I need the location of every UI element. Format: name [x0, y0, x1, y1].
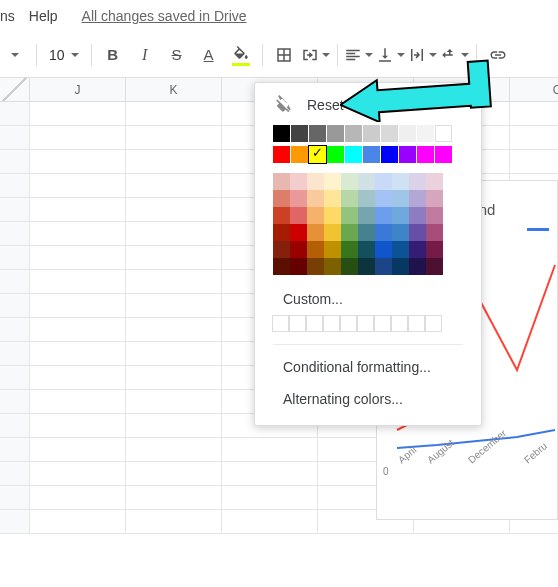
- cell[interactable]: [126, 438, 222, 462]
- horizontal-align-button[interactable]: [344, 40, 374, 70]
- cell[interactable]: [126, 270, 222, 294]
- color-swatch[interactable]: [409, 207, 426, 224]
- color-swatch[interactable]: [273, 241, 290, 258]
- color-swatch[interactable]: [324, 258, 341, 275]
- color-swatch[interactable]: [341, 173, 358, 190]
- color-swatch[interactable]: [409, 224, 426, 241]
- color-swatch[interactable]: [426, 207, 443, 224]
- custom-color-slot[interactable]: [425, 315, 442, 332]
- cell[interactable]: [0, 486, 30, 510]
- color-swatch[interactable]: [417, 146, 434, 163]
- color-swatch[interactable]: [290, 173, 307, 190]
- menu-item-help[interactable]: Help: [29, 8, 58, 24]
- color-swatch[interactable]: [291, 146, 308, 163]
- color-swatch[interactable]: [392, 207, 409, 224]
- color-swatch[interactable]: [375, 190, 392, 207]
- merge-cells-button[interactable]: [301, 40, 331, 70]
- color-swatch[interactable]: [392, 258, 409, 275]
- cell[interactable]: [510, 150, 558, 174]
- cell[interactable]: [0, 174, 30, 198]
- cell[interactable]: [0, 222, 30, 246]
- cell[interactable]: [0, 246, 30, 270]
- cell[interactable]: [30, 198, 126, 222]
- vertical-align-button[interactable]: [376, 40, 406, 70]
- color-swatch[interactable]: [409, 258, 426, 275]
- color-swatch[interactable]: [381, 146, 398, 163]
- color-swatch[interactable]: [358, 173, 375, 190]
- cell[interactable]: [30, 486, 126, 510]
- cell[interactable]: [0, 366, 30, 390]
- cell[interactable]: [0, 342, 30, 366]
- color-swatch[interactable]: [307, 190, 324, 207]
- insert-link-button[interactable]: [483, 40, 513, 70]
- color-swatch[interactable]: [358, 241, 375, 258]
- cell[interactable]: [126, 174, 222, 198]
- more-formats-button[interactable]: [0, 40, 30, 70]
- cell[interactable]: [0, 438, 30, 462]
- color-swatch[interactable]: [345, 146, 362, 163]
- color-swatch[interactable]: [341, 224, 358, 241]
- cell[interactable]: [0, 510, 30, 534]
- color-swatch[interactable]: [375, 224, 392, 241]
- color-swatch[interactable]: [426, 190, 443, 207]
- color-swatch[interactable]: [358, 190, 375, 207]
- custom-color-slot[interactable]: [340, 315, 357, 332]
- color-swatch[interactable]: [392, 224, 409, 241]
- color-swatch[interactable]: [290, 207, 307, 224]
- custom-color-slot[interactable]: [289, 315, 306, 332]
- custom-color-slot[interactable]: [323, 315, 340, 332]
- cell[interactable]: [0, 390, 30, 414]
- cell[interactable]: [0, 198, 30, 222]
- cell[interactable]: [30, 246, 126, 270]
- color-swatch[interactable]: [291, 125, 308, 142]
- color-swatch[interactable]: [307, 258, 324, 275]
- color-swatch[interactable]: [341, 190, 358, 207]
- borders-button[interactable]: [269, 40, 299, 70]
- cell[interactable]: [30, 390, 126, 414]
- column-header[interactable]: K: [126, 78, 222, 101]
- conditional-formatting-button[interactable]: Conditional formatting...: [255, 351, 481, 383]
- cell[interactable]: [30, 318, 126, 342]
- color-swatch[interactable]: [273, 224, 290, 241]
- color-swatch[interactable]: [307, 241, 324, 258]
- cell[interactable]: [0, 126, 30, 150]
- color-swatch[interactable]: [435, 146, 452, 163]
- color-swatch[interactable]: [409, 241, 426, 258]
- color-swatch[interactable]: [392, 190, 409, 207]
- color-swatch[interactable]: [409, 190, 426, 207]
- save-status[interactable]: All changes saved in Drive: [82, 8, 247, 24]
- text-wrap-button[interactable]: [408, 40, 438, 70]
- cell[interactable]: [126, 510, 222, 534]
- cell[interactable]: [222, 486, 318, 510]
- color-swatch[interactable]: [399, 146, 416, 163]
- cell[interactable]: [0, 462, 30, 486]
- color-swatch[interactable]: [324, 190, 341, 207]
- color-swatch[interactable]: [327, 125, 344, 142]
- cell[interactable]: [222, 462, 318, 486]
- color-swatch[interactable]: [273, 190, 290, 207]
- custom-color-slot[interactable]: [391, 315, 408, 332]
- custom-color-slot[interactable]: [272, 315, 289, 332]
- color-swatch[interactable]: [363, 146, 380, 163]
- column-header[interactable]: J: [30, 78, 126, 101]
- cell[interactable]: [30, 462, 126, 486]
- color-swatch[interactable]: [381, 125, 398, 142]
- custom-color-slot[interactable]: [357, 315, 374, 332]
- cell[interactable]: [126, 294, 222, 318]
- color-swatch[interactable]: [341, 207, 358, 224]
- cell[interactable]: [510, 102, 558, 126]
- column-header[interactable]: O: [510, 78, 558, 101]
- custom-color-slot[interactable]: [374, 315, 391, 332]
- strikethrough-button[interactable]: S: [162, 40, 192, 70]
- cell[interactable]: [30, 126, 126, 150]
- cell[interactable]: [30, 174, 126, 198]
- color-swatch[interactable]: [341, 258, 358, 275]
- bold-button[interactable]: B: [98, 40, 128, 70]
- color-swatch[interactable]: [363, 125, 380, 142]
- cell[interactable]: [0, 102, 30, 126]
- color-swatch[interactable]: [273, 146, 290, 163]
- reset-fill-button[interactable]: Reset: [255, 93, 481, 125]
- cell[interactable]: [0, 414, 30, 438]
- cell[interactable]: [126, 342, 222, 366]
- menu-item-addons[interactable]: ns: [0, 8, 15, 24]
